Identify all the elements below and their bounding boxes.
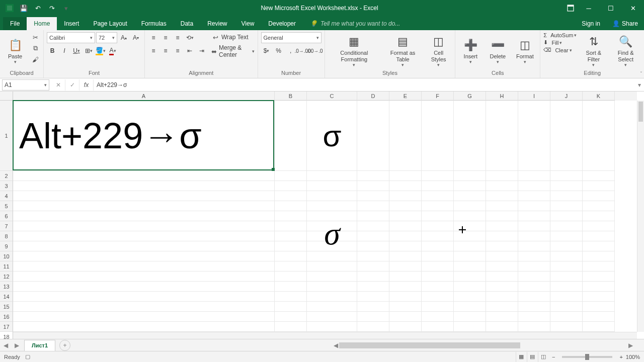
cell[interactable] [389,322,422,332]
tab-view[interactable]: View [234,17,262,30]
select-all-corner[interactable] [0,92,13,101]
cell[interactable] [550,221,583,231]
cell[interactable] [307,272,357,282]
row-header[interactable]: 1 [0,101,13,171]
font-color-button[interactable]: A▾ [107,45,118,56]
align-left-icon[interactable]: ≡ [148,45,159,56]
find-select-button[interactable]: 🔍Find & Select▾ [610,32,641,69]
cell[interactable] [357,241,389,251]
cell[interactable] [275,201,307,211]
cell[interactable] [422,241,454,251]
cell[interactable] [13,322,275,332]
name-box[interactable]: A1▾ [2,79,49,90]
cell[interactable] [275,221,307,231]
cell[interactable] [454,302,486,312]
cell[interactable] [486,322,518,332]
cell[interactable] [486,282,518,292]
cell[interactable] [13,302,275,312]
cell[interactable] [583,221,615,231]
cell[interactable] [550,282,583,292]
italic-button[interactable]: I [59,45,70,56]
cell[interactable] [275,292,307,302]
tab-review[interactable]: Review [200,17,234,30]
bold-button[interactable]: B [47,45,58,56]
cell[interactable] [357,181,389,191]
cell[interactable] [550,261,583,272]
format-painter-icon[interactable]: 🖌 [30,54,40,64]
cell[interactable] [13,241,275,251]
row-header[interactable]: 8 [0,231,13,241]
column-header[interactable]: I [518,92,550,101]
column-header[interactable]: J [550,92,583,101]
row-header[interactable]: 16 [0,312,13,322]
cell[interactable] [518,292,550,302]
insert-cells-button[interactable]: ➕Insert▾ [458,32,482,69]
cell[interactable] [583,302,615,312]
cell[interactable] [13,181,275,191]
cell[interactable] [275,282,307,292]
cell[interactable] [583,251,615,261]
cell[interactable] [389,211,422,221]
tell-me-search[interactable]: 💡Tell me what you want to do... [303,17,407,30]
column-header[interactable]: C [307,92,357,101]
cell[interactable] [454,251,486,261]
prev-sheet-icon[interactable]: ◀ [0,340,11,351]
accounting-format-icon[interactable]: $▾ [261,45,272,56]
vertical-scrollbar[interactable] [637,101,644,332]
row-header[interactable]: 14 [0,292,13,302]
cell[interactable] [307,322,357,332]
cell[interactable] [550,181,583,191]
horizontal-scrollbar[interactable]: ◀ ▶ [332,342,634,349]
paste-button[interactable]: 📋 Paste ▾ [3,32,27,69]
cell[interactable] [307,302,357,312]
align-middle-icon[interactable]: ≡ [160,32,171,43]
cell[interactable] [454,221,486,231]
cell[interactable] [389,312,422,322]
cell[interactable] [518,231,550,241]
cell[interactable] [518,211,550,221]
row-header[interactable]: 5 [0,201,13,211]
collapse-ribbon-icon[interactable]: ˇ [640,71,642,77]
cell[interactable] [389,191,422,201]
cell[interactable] [583,231,615,241]
align-top-icon[interactable]: ≡ [148,32,159,43]
cell[interactable] [550,312,583,322]
cell[interactable] [357,231,389,241]
cell[interactable] [389,181,422,191]
cell[interactable] [422,322,454,332]
cell[interactable] [486,211,518,221]
zoom-in-button[interactable]: + [619,354,622,360]
cell[interactable] [389,292,422,302]
tab-insert[interactable]: Insert [57,17,86,30]
close-button[interactable]: ✕ [622,0,644,16]
cell[interactable] [422,181,454,191]
font-size-select[interactable]: 72▾ [96,32,117,43]
cell[interactable] [583,322,615,332]
cell-styles-button[interactable]: ◫Cell Styles▾ [425,32,452,69]
copy-icon[interactable]: ⧉ [30,43,40,53]
tab-formulas[interactable]: Formulas [134,17,174,30]
clear-button[interactable]: ⌫ Clear▾ [543,47,577,53]
cell-grid[interactable]: Alt+229→σσσ [13,101,637,332]
cell[interactable] [357,101,389,171]
cell[interactable] [454,241,486,251]
cell[interactable] [486,171,518,181]
cell[interactable] [307,201,357,211]
format-cells-button[interactable]: ◫Format▾ [513,32,537,69]
cell[interactable] [454,292,486,302]
qat-dropdown[interactable]: ▾ [60,3,71,14]
insert-function-icon[interactable]: fx [79,79,94,90]
cell[interactable] [454,282,486,292]
cell[interactable] [583,292,615,302]
cell[interactable] [307,191,357,201]
cell[interactable] [454,191,486,201]
cell[interactable] [422,261,454,272]
cell-content[interactable]: σ [307,101,357,171]
autosum-button[interactable]: Σ AutoSum▾ [543,32,577,38]
cell[interactable] [583,261,615,272]
cell[interactable] [454,231,486,241]
cell[interactable] [13,251,275,261]
cell[interactable] [518,221,550,231]
cell[interactable] [454,272,486,282]
cell[interactable] [454,171,486,181]
